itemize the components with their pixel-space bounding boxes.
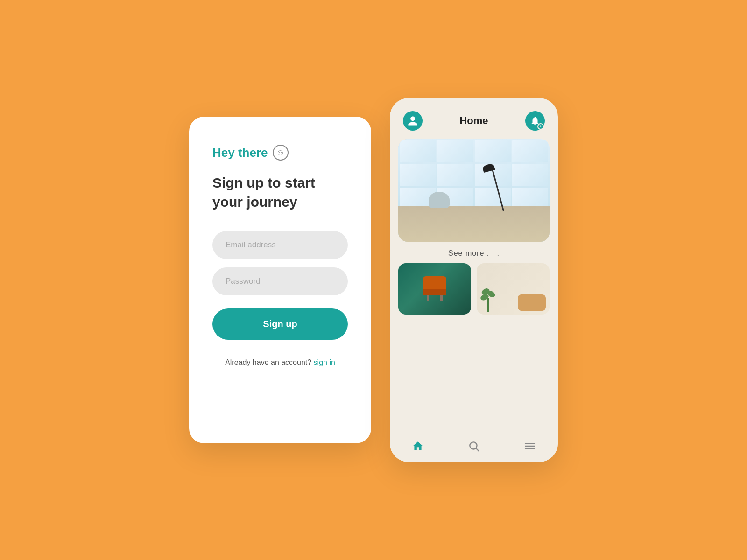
room-floor — [398, 206, 550, 242]
home-card: Home + — [390, 98, 558, 462]
signup-footer: Already have an account? sign in — [212, 358, 348, 367]
bell-plus-badge: + — [537, 123, 544, 130]
thumbnail-grid — [390, 263, 558, 323]
nav-search-button[interactable] — [467, 440, 480, 453]
room-scene — [398, 139, 550, 242]
bottom-nav — [390, 432, 558, 462]
signup-greeting: Hey there ☺ — [212, 145, 348, 161]
chair-decoration — [429, 192, 454, 213]
home-header: Home + — [390, 98, 558, 139]
svg-line-1 — [476, 448, 479, 451]
plant-decoration — [481, 289, 495, 312]
search-nav-icon — [467, 440, 480, 453]
user-icon — [407, 115, 418, 126]
password-input[interactable] — [212, 267, 348, 295]
email-input[interactable] — [212, 231, 348, 259]
thumbnail-2[interactable] — [477, 263, 550, 315]
hero-image — [398, 139, 550, 242]
chair-thumb — [423, 276, 446, 302]
home-title: Home — [459, 115, 488, 127]
nav-menu-button[interactable] — [523, 440, 536, 453]
avatar-icon[interactable] — [403, 111, 423, 131]
see-more-label[interactable]: See more . . . — [390, 242, 558, 263]
chair-body — [429, 192, 450, 208]
signup-button[interactable]: Sign up — [212, 308, 348, 340]
hey-there-text: Hey there — [212, 146, 268, 160]
menu-nav-icon — [523, 440, 536, 453]
signin-link[interactable]: sign in — [314, 358, 335, 366]
sofa-decoration — [518, 294, 546, 311]
smiley-icon: ☺ — [273, 145, 289, 161]
nav-home-button[interactable] — [411, 440, 424, 453]
signup-card: Hey there ☺ Sign up to start your journe… — [189, 117, 371, 443]
bell-notification-icon[interactable]: + — [525, 111, 545, 131]
thumbnail-1[interactable] — [398, 263, 471, 315]
home-nav-icon — [411, 440, 424, 453]
room-window — [398, 139, 550, 211]
signup-title: Sign up to start your journey — [212, 174, 348, 211]
svg-point-0 — [470, 442, 477, 449]
